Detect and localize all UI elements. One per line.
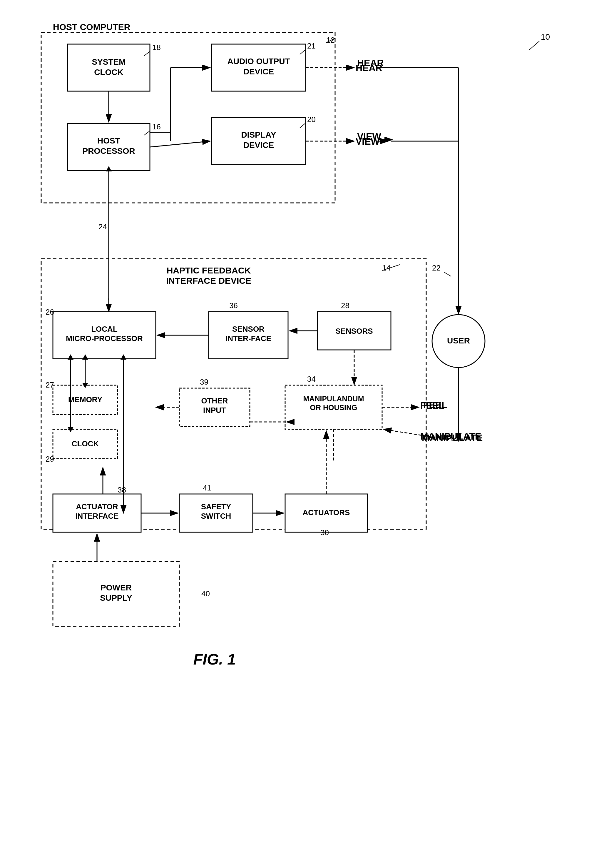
diagram-container: HOST COMPUTER 12 HAPTIC FEEDBACK INTERFA…	[23, 18, 582, 841]
svg-text:38: 38	[117, 485, 126, 494]
svg-text:CLOCK: CLOCK	[94, 68, 124, 77]
svg-text:FEEL: FEEL	[420, 400, 444, 411]
svg-text:INTERFACE: INTERFACE	[75, 512, 119, 521]
svg-text:DEVICE: DEVICE	[243, 141, 274, 150]
svg-text:26: 26	[46, 308, 54, 316]
svg-text:SENSOR: SENSOR	[232, 325, 264, 333]
svg-marker-67	[121, 354, 127, 360]
svg-rect-40	[209, 312, 288, 359]
svg-text:OTHER: OTHER	[201, 396, 228, 405]
svg-text:DEVICE: DEVICE	[243, 67, 274, 76]
svg-text:HOST COMPUTER: HOST COMPUTER	[53, 22, 130, 32]
svg-line-88	[383, 429, 459, 441]
svg-text:MANIPULATE: MANIPULATE	[422, 432, 482, 443]
svg-marker-36	[106, 166, 112, 171]
svg-text:OR HOUSING: OR HOUSING	[310, 403, 357, 412]
svg-text:VIEW: VIEW	[356, 136, 380, 147]
svg-text:POWER: POWER	[100, 583, 132, 592]
svg-marker-51	[82, 354, 88, 360]
svg-text:27: 27	[46, 380, 54, 389]
svg-text:DISPLAY: DISPLAY	[241, 130, 276, 140]
svg-text:22: 22	[432, 264, 441, 272]
svg-rect-48	[53, 429, 117, 459]
svg-text:40: 40	[201, 589, 210, 598]
svg-line-28	[150, 141, 210, 147]
svg-rect-42	[317, 312, 391, 350]
svg-text:HEAR: HEAR	[357, 57, 384, 68]
svg-text:10: 10	[541, 33, 550, 42]
svg-text:HAPTIC FEEDBACK: HAPTIC FEEDBACK	[167, 265, 251, 275]
svg-text:INTERFACE DEVICE: INTERFACE DEVICE	[166, 276, 251, 285]
svg-text:SYSTEM: SYSTEM	[92, 57, 125, 67]
svg-text:USER: USER	[447, 336, 470, 345]
svg-text:LOCAL: LOCAL	[91, 325, 117, 333]
svg-text:30: 30	[320, 528, 329, 537]
svg-line-94	[529, 41, 539, 50]
svg-text:MANIPULANDUM: MANIPULANDUM	[303, 395, 364, 403]
svg-rect-72	[179, 494, 253, 532]
svg-rect-12	[68, 44, 150, 91]
svg-text:ACTUATOR: ACTUATOR	[76, 502, 118, 511]
svg-text:AUDIO OUTPUT: AUDIO OUTPUT	[227, 57, 290, 66]
svg-rect-38	[53, 312, 156, 359]
svg-text:39: 39	[200, 378, 209, 386]
svg-line-20	[300, 50, 305, 54]
svg-rect-21	[212, 118, 306, 165]
svg-text:MEMORY: MEMORY	[68, 395, 102, 404]
svg-text:36: 36	[229, 301, 238, 310]
svg-marker-55	[68, 427, 73, 432]
svg-rect-74	[285, 494, 367, 532]
svg-text:FEEL: FEEL	[423, 400, 447, 410]
svg-text:29: 29	[46, 454, 54, 463]
svg-rect-68	[53, 494, 141, 532]
svg-marker-54	[68, 354, 73, 360]
svg-line-86	[444, 272, 451, 276]
svg-rect-18	[212, 44, 306, 91]
svg-rect-15	[68, 124, 150, 170]
svg-text:16: 16	[152, 122, 161, 131]
svg-line-11	[382, 265, 400, 271]
svg-text:18: 18	[152, 43, 161, 52]
svg-text:20: 20	[307, 115, 316, 124]
svg-text:CLOCK: CLOCK	[72, 439, 99, 448]
svg-point-84	[432, 315, 485, 367]
svg-text:HOST: HOST	[97, 136, 120, 145]
svg-text:FIG. 1: FIG. 1	[193, 651, 236, 668]
svg-text:PROCESSOR: PROCESSOR	[83, 146, 135, 155]
svg-rect-56	[179, 388, 250, 426]
svg-text:21: 21	[307, 42, 316, 50]
svg-line-17	[144, 131, 150, 135]
svg-text:HEAR: HEAR	[356, 63, 382, 73]
svg-rect-46	[53, 385, 117, 415]
svg-text:INPUT: INPUT	[203, 406, 226, 415]
svg-rect-58	[285, 385, 382, 429]
svg-text:14: 14	[382, 264, 391, 272]
svg-text:41: 41	[203, 484, 211, 492]
svg-rect-3	[41, 33, 335, 203]
svg-text:SUPPLY: SUPPLY	[100, 594, 132, 603]
svg-marker-52	[82, 383, 88, 388]
svg-text:ACTUATORS: ACTUATORS	[303, 508, 350, 517]
svg-line-23	[300, 124, 305, 128]
svg-text:SWITCH: SWITCH	[201, 512, 231, 521]
svg-rect-80	[53, 562, 179, 626]
svg-text:28: 28	[341, 301, 349, 310]
svg-line-6	[326, 38, 335, 43]
svg-text:34: 34	[307, 375, 316, 383]
svg-text:SAFETY: SAFETY	[201, 502, 231, 511]
svg-text:SENSORS: SENSORS	[335, 327, 373, 335]
svg-text:VIEW: VIEW	[357, 131, 382, 142]
svg-text:MICRO-PROCESSOR: MICRO-PROCESSOR	[66, 334, 143, 343]
svg-line-14	[144, 51, 150, 56]
svg-text:24: 24	[99, 222, 107, 231]
svg-rect-7	[41, 259, 426, 529]
svg-text:MANIPULATE: MANIPULATE	[420, 431, 481, 442]
svg-text:12: 12	[326, 36, 335, 44]
svg-text:INTER-FACE: INTER-FACE	[226, 334, 271, 343]
